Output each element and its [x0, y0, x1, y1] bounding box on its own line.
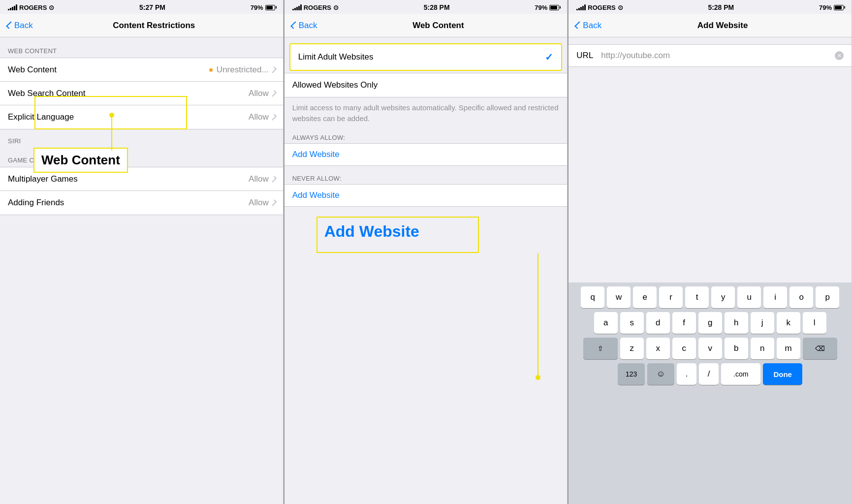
- spacer: [568, 67, 852, 283]
- key-z[interactable]: z: [620, 338, 644, 359]
- keyboard-row-1: q w e r t y u i o p: [570, 286, 850, 308]
- url-value[interactable]: http://youtube.com: [601, 51, 827, 61]
- key-e[interactable]: e: [633, 286, 657, 308]
- key-q[interactable]: q: [581, 286, 604, 308]
- url-label: URL: [576, 51, 593, 61]
- battery-pct-3: 79%: [819, 4, 832, 11]
- multiplayer-value-text: Allow: [249, 174, 269, 184]
- key-n[interactable]: n: [751, 338, 774, 359]
- callout-add-website-box: [316, 217, 479, 253]
- signal-bars-1: [8, 4, 17, 10]
- list-item-web-content[interactable]: Web Content ● Unrestricted...: [0, 58, 283, 82]
- key-r[interactable]: r: [659, 286, 683, 308]
- option-limit-adult[interactable]: Limit Adult Websites ✓: [289, 43, 563, 71]
- add-website-always[interactable]: Add Website: [284, 143, 568, 166]
- key-u[interactable]: u: [737, 286, 761, 308]
- back-label-3: Back: [583, 21, 601, 31]
- status-bar-2: ROGERS ⊙ 5:28 PM 79%: [284, 0, 568, 14]
- web-search-label: Web Search Content: [8, 89, 86, 98]
- key-o[interactable]: o: [789, 286, 813, 308]
- key-g[interactable]: g: [698, 312, 722, 334]
- status-bar-3: ROGERS ⊙ 5:28 PM 79%: [568, 0, 852, 14]
- key-s[interactable]: s: [620, 312, 644, 334]
- key-f[interactable]: f: [672, 312, 696, 334]
- chevron-left-icon-3: [575, 21, 583, 29]
- key-w[interactable]: w: [607, 286, 631, 308]
- section-header-siri: SIRI: [0, 129, 283, 147]
- add-website-never[interactable]: Add Website: [284, 184, 568, 207]
- back-label-1: Back: [14, 21, 33, 31]
- status-right-1: 79%: [251, 4, 275, 11]
- key-y[interactable]: y: [711, 286, 735, 308]
- signal-bars-2: [292, 4, 302, 10]
- battery-icon-3: [834, 5, 844, 10]
- wifi-icon-3: ⊙: [618, 4, 623, 11]
- status-left-2: ROGERS ⊙: [292, 4, 339, 11]
- url-clear-icon: ✕: [837, 53, 842, 59]
- status-right-3: 79%: [819, 4, 844, 11]
- key-dotcom[interactable]: .com: [721, 363, 760, 385]
- panel-web-content: ROGERS ⊙ 5:28 PM 79% Back Web Content Li…: [284, 0, 568, 504]
- nav-bar-1: Back Content Restrictions: [0, 14, 283, 37]
- key-x[interactable]: x: [646, 338, 670, 359]
- key-a[interactable]: a: [594, 312, 618, 334]
- key-123[interactable]: 123: [618, 363, 645, 385]
- url-section: URL http://youtube.com ✕: [568, 44, 852, 67]
- key-period[interactable]: .: [677, 363, 696, 385]
- battery-pct-1: 79%: [251, 4, 263, 11]
- back-button-2[interactable]: Back: [292, 21, 317, 31]
- carrier-3: ROGERS: [588, 4, 615, 11]
- adding-friends-value: Allow: [249, 198, 275, 208]
- wifi-icon-1: ⊙: [49, 4, 54, 11]
- web-content-value-label: Unrestricted...: [217, 65, 269, 75]
- add-website-never-label: Add Website: [292, 190, 340, 200]
- key-k[interactable]: k: [777, 312, 800, 334]
- key-p[interactable]: p: [816, 286, 839, 308]
- panel-content-restrictions: ROGERS ⊙ 5:27 PM 79% Back Content Restri…: [0, 0, 284, 504]
- back-label-2: Back: [299, 21, 317, 31]
- key-t[interactable]: t: [685, 286, 709, 308]
- list-item-multiplayer[interactable]: Multiplayer Games Allow: [0, 167, 283, 191]
- adding-friends-value-text: Allow: [249, 198, 269, 208]
- option-allowed-only[interactable]: Allowed Websites Only: [284, 73, 568, 97]
- key-shift[interactable]: ⇧: [583, 338, 618, 359]
- key-done[interactable]: Done: [763, 363, 802, 385]
- key-j[interactable]: j: [751, 312, 774, 334]
- list-item-explicit[interactable]: Explicit Language Allow: [0, 105, 283, 129]
- back-button-3[interactable]: Back: [576, 21, 601, 31]
- web-search-chevron: [270, 90, 276, 96]
- key-c[interactable]: c: [672, 338, 696, 359]
- multiplayer-chevron: [270, 176, 276, 182]
- keyboard-row-4: 123 ☺ . / .com Done: [570, 363, 850, 385]
- list-item-web-search[interactable]: Web Search Content Allow: [0, 82, 283, 105]
- section-header-game-center: GAME CENTER: [0, 147, 283, 167]
- web-content-value-text: ●: [209, 65, 214, 75]
- web-content-description: Limit access to many adult websites auto…: [284, 97, 568, 129]
- key-delete[interactable]: ⌫: [803, 338, 837, 359]
- key-h[interactable]: h: [725, 312, 748, 334]
- web-content-chevron: [270, 66, 276, 73]
- explicit-label: Explicit Language: [8, 112, 74, 122]
- web-content-desc-text: Limit access to many adult websites auto…: [292, 103, 559, 123]
- web-content-list: Web Content ● Unrestricted... Web Search…: [0, 58, 283, 129]
- key-slash[interactable]: /: [699, 363, 719, 385]
- key-emoji[interactable]: ☺: [647, 363, 674, 385]
- list-item-adding-friends[interactable]: Adding Friends Allow: [0, 191, 283, 215]
- web-content-label: Web Content: [8, 65, 57, 75]
- panel-add-website: ROGERS ⊙ 5:28 PM 79% Back Add Website UR…: [568, 0, 852, 504]
- key-d[interactable]: d: [646, 312, 670, 334]
- option-allowed-only-label: Allowed Websites Only: [292, 80, 378, 90]
- key-b[interactable]: b: [725, 338, 748, 359]
- key-m[interactable]: m: [777, 338, 800, 359]
- url-clear-button[interactable]: ✕: [835, 51, 844, 60]
- back-button-1[interactable]: Back: [8, 21, 33, 31]
- keyboard-row-3: ⇧ z x c v b n m ⌫: [570, 338, 850, 359]
- key-l[interactable]: l: [803, 312, 826, 334]
- battery-pct-2: 79%: [535, 4, 547, 11]
- time-1: 5:27 PM: [139, 3, 165, 11]
- section-header-web-content: WEB CONTENT: [0, 37, 283, 58]
- multiplayer-value: Allow: [249, 174, 275, 184]
- key-v[interactable]: v: [698, 338, 722, 359]
- key-i[interactable]: i: [763, 286, 787, 308]
- nav-title-2: Web Content: [317, 21, 559, 31]
